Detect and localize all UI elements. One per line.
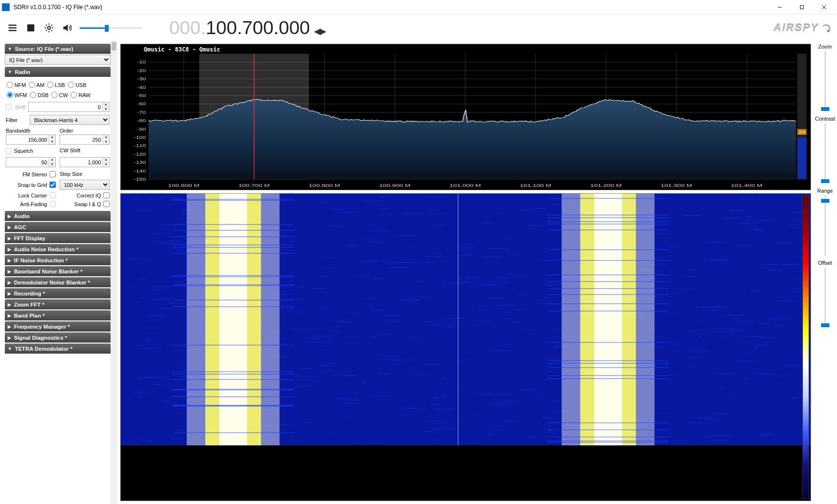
svg-rect-371 (429, 325, 444, 326)
menu-icon[interactable] (7, 22, 18, 34)
bandwidth-input[interactable] (6, 137, 49, 143)
svg-rect-283 (299, 287, 306, 287)
correctiq-checkbox[interactable] (103, 192, 110, 198)
svg-rect-842 (704, 437, 709, 437)
mode-usb[interactable]: USB (68, 82, 87, 88)
mode-radio-usb[interactable] (68, 82, 74, 88)
shift-input[interactable] (29, 104, 102, 110)
squelch-input[interactable] (6, 160, 49, 165)
svg-rect-368 (402, 300, 419, 300)
stop-button-icon[interactable] (25, 22, 37, 34)
svg-rect-804 (302, 341, 311, 342)
mode-radio-raw[interactable] (71, 92, 77, 98)
svg-rect-259 (441, 378, 446, 379)
panel-header-signal-diagnostics-[interactable]: Signal Diagnostics * (5, 332, 111, 343)
panel-header-zoom-fft-[interactable]: Zoom FFT * (5, 299, 111, 309)
shift-spinbox[interactable]: ▲▼ (28, 102, 110, 112)
mode-lsb[interactable]: LSB (47, 82, 65, 88)
cwshift-input[interactable] (60, 160, 102, 165)
volume-slider[interactable] (80, 23, 142, 33)
mode-dsb[interactable]: DSB (30, 92, 49, 98)
svg-rect-861 (416, 222, 428, 222)
frequency-display[interactable]: 000.100.700.000 ◀▶ (169, 17, 325, 38)
snap-checkbox[interactable] (50, 182, 56, 188)
mode-cw[interactable]: CW (51, 92, 68, 98)
mode-raw[interactable]: RAW (71, 92, 90, 98)
panel-header-demodulator-noise-blanker-[interactable]: Demodulator Noise Blanker * (5, 277, 111, 287)
panel-header-source[interactable]: Source: IQ File (*.wav) (5, 44, 111, 54)
offset-slider[interactable] (820, 268, 830, 327)
mode-radio-am[interactable] (29, 82, 35, 88)
panel-header-frequency-manager-[interactable]: Frequency Manager * (5, 321, 111, 332)
sidebar-scrollbar[interactable] (111, 41, 117, 504)
shift-checkbox[interactable] (6, 104, 12, 110)
panel-header-if-noise-reduction-[interactable]: IF Noise Reduction * (5, 255, 111, 265)
source-select[interactable]: IQ File (*.wav) (5, 55, 111, 65)
squelch-spinbox[interactable]: ▲▼ (6, 157, 56, 167)
svg-text:-130: -130 (134, 160, 146, 165)
swapiq-checkbox[interactable] (103, 201, 110, 207)
panel-header-fft-display[interactable]: FFT Display (5, 233, 111, 243)
zoom-slider[interactable] (820, 51, 830, 111)
svg-rect-81 (432, 353, 442, 353)
svg-rect-455 (315, 382, 327, 382)
fmstereo-checkbox[interactable] (50, 171, 56, 177)
panel-header-baseband-noise-blanker-[interactable]: Baseband Noise Blanker * (5, 266, 111, 276)
panel-header-audio[interactable]: Audio (5, 211, 111, 221)
frequency-step-arrows[interactable]: ◀▶ (314, 26, 325, 37)
mode-radio-wfm[interactable] (7, 92, 13, 98)
svg-rect-297 (771, 317, 791, 318)
panel-header-tetra[interactable]: TETRA Demodulator * (5, 344, 111, 354)
svg-rect-161 (544, 284, 564, 285)
svg-rect-154 (712, 271, 727, 272)
stepsize-select[interactable]: 100 kHz (60, 180, 110, 190)
range-slider[interactable] (820, 196, 830, 255)
mode-nfm[interactable]: NFM (7, 82, 26, 88)
panel-header-recording-[interactable]: Recording * (5, 288, 111, 298)
order-spinbox[interactable]: ▲▼ (60, 135, 110, 145)
svg-rect-724 (665, 295, 671, 295)
close-button[interactable] (813, 0, 835, 14)
mode-wfm[interactable]: WFM (7, 92, 27, 98)
mode-am[interactable]: AM (29, 82, 45, 88)
panel-header-radio[interactable]: Radio (5, 67, 111, 77)
svg-rect-1009 (548, 224, 668, 224)
svg-rect-824 (471, 359, 479, 359)
waterfall-display[interactable] (120, 193, 811, 501)
panel-header-agc[interactable]: AGC (5, 222, 111, 232)
mode-radio-cw[interactable] (51, 92, 58, 98)
svg-rect-592 (687, 381, 693, 381)
maximize-button[interactable] (791, 0, 813, 14)
svg-rect-364 (285, 249, 300, 250)
contrast-slider[interactable] (820, 123, 830, 183)
svg-rect-471 (667, 232, 686, 233)
panel-header-band-plan-[interactable]: Band Plan * (5, 310, 111, 320)
settings-gear-icon[interactable] (43, 22, 55, 34)
svg-rect-1007 (548, 281, 668, 282)
cwshift-spinbox[interactable]: ▲▼ (60, 157, 110, 167)
svg-rect-692 (465, 373, 467, 374)
volume-icon[interactable] (62, 22, 73, 34)
panel-header-audio-noise-reduction-[interactable]: Audio Noise Reduction * (5, 244, 111, 254)
antifading-checkbox[interactable] (50, 201, 56, 207)
order-input[interactable] (60, 137, 102, 143)
svg-rect-136 (347, 342, 357, 343)
svg-rect-288 (318, 243, 333, 244)
svg-rect-659 (522, 434, 537, 434)
svg-rect-868 (139, 370, 143, 370)
svg-rect-133 (349, 298, 352, 298)
minimize-button[interactable] (769, 0, 791, 14)
svg-rect-349 (372, 442, 383, 443)
squelch-checkbox[interactable] (6, 148, 12, 154)
lockcarrier-checkbox[interactable] (50, 192, 56, 198)
mode-radio-lsb[interactable] (47, 82, 53, 88)
bandwidth-spinbox[interactable]: ▲▼ (6, 135, 56, 145)
spectrum-display[interactable]: Qmusic - 83C8 - Qmusic -10-20-30-40-50-6… (120, 44, 811, 190)
svg-rect-505 (659, 237, 669, 237)
svg-rect-591 (525, 330, 534, 330)
mode-radio-nfm[interactable] (7, 82, 13, 88)
mode-radio-dsb[interactable] (30, 92, 36, 98)
svg-rect-460 (409, 374, 428, 375)
svg-rect-872 (438, 404, 458, 405)
filter-select[interactable]: Blackman-Harris 4 (30, 115, 110, 125)
